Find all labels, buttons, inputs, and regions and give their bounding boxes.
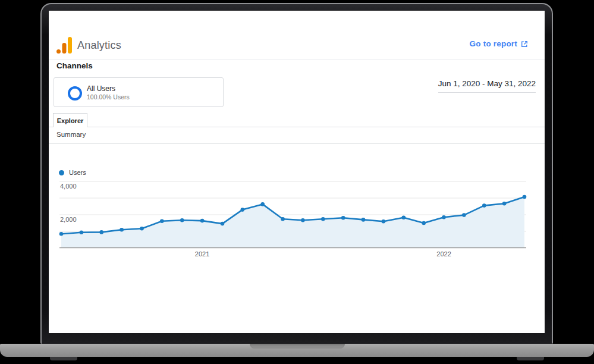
open-in-new-icon <box>521 40 528 48</box>
x-axis-label: 2022 <box>436 250 451 258</box>
go-to-report-label: Go to report <box>470 39 517 48</box>
legend-dot-icon <box>59 170 64 175</box>
segment-detail: 100.00% Users <box>87 93 130 101</box>
tabbar-divider <box>49 127 545 127</box>
laptop-base-notch <box>250 344 345 349</box>
report-title: Channels <box>56 61 93 70</box>
header-divider <box>49 59 545 59</box>
chart-legend: Users <box>59 169 86 176</box>
app-title: Analytics <box>77 39 121 52</box>
legend-label: Users <box>69 169 86 176</box>
date-range[interactable]: Jun 1, 2020 - May 31, 2022 <box>438 79 536 93</box>
tab-explorer[interactable]: Explorer <box>53 113 87 127</box>
x-axis-label: 2021 <box>195 250 209 258</box>
segment-name: All Users <box>87 84 115 93</box>
laptop-base <box>0 344 594 357</box>
go-to-report-link[interactable]: Go to report <box>470 39 528 48</box>
y-axis-label: 2,000 <box>60 216 77 223</box>
laptop-foot-left <box>50 357 77 360</box>
subtab-summary[interactable]: Summary <box>56 131 86 138</box>
analytics-screen: Analytics Go to report Channels All User… <box>49 11 545 333</box>
users-area-chart[interactable]: 4,0002,00020212022 <box>59 178 526 248</box>
laptop-foot-right <box>517 357 544 360</box>
segment-card[interactable]: All Users 100.00% Users <box>54 77 224 107</box>
segment-ring-icon <box>68 86 82 101</box>
y-axis-label: 4,000 <box>60 183 77 190</box>
google-analytics-logo-icon <box>56 37 72 54</box>
subtab-divider <box>49 143 545 144</box>
laptop-bezel: Analytics Go to report Channels All User… <box>40 3 553 344</box>
laptop-mockup: Analytics Go to report Channels All User… <box>0 0 594 364</box>
